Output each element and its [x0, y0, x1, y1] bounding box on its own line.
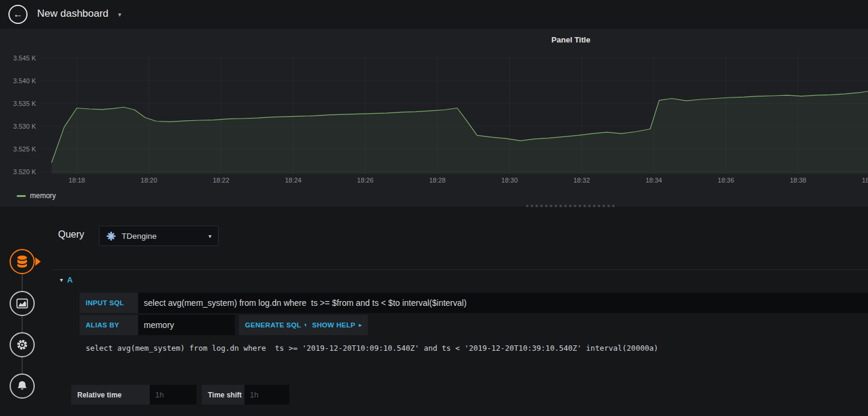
database-icon	[15, 254, 29, 269]
show-help-button[interactable]: SHOW HELP ▸	[306, 315, 368, 335]
svg-text:18:22: 18:22	[213, 177, 229, 184]
datasource-caret-icon: ▾	[208, 233, 211, 239]
svg-text:18:24: 18:24	[285, 177, 302, 184]
top-navbar: ← New dashboard ▾	[0, 0, 868, 29]
graph-panel: 3.545 K3.540 K3.535 K3.530 K3.525 K3.520…	[0, 29, 868, 207]
back-arrow-icon: ←	[13, 9, 23, 20]
alias-by-field[interactable]	[138, 315, 235, 335]
svg-text:3.545 K: 3.545 K	[13, 54, 37, 62]
query-row-separator	[53, 269, 868, 270]
svg-text:3.530 K: 3.530 K	[13, 123, 37, 130]
back-button[interactable]: ←	[8, 5, 28, 24]
datasource-picker[interactable]: TDengine ▾	[99, 226, 219, 246]
legend-item-memory[interactable]: memory	[17, 192, 56, 200]
svg-text:18:26: 18:26	[357, 177, 374, 184]
query-row-toggle[interactable]: ▾ A	[60, 275, 72, 284]
gear-icon	[16, 338, 29, 351]
collapse-caret-icon: ▾	[60, 277, 63, 283]
svg-text:3.540 K: 3.540 K	[13, 77, 37, 84]
show-help-caret-icon: ▸	[359, 322, 362, 328]
query-section-title: Query	[58, 229, 84, 240]
svg-text:3.520 K: 3.520 K	[13, 168, 37, 175]
legend-series-label: memory	[30, 192, 56, 200]
datasource-name: TDengine	[122, 232, 157, 241]
svg-text:18:28: 18:28	[429, 177, 446, 184]
svg-text:18:36: 18:36	[718, 177, 734, 184]
tdengine-logo-icon	[106, 231, 116, 241]
relative-time-input[interactable]	[150, 385, 196, 405]
input-sql-field[interactable]	[138, 293, 868, 313]
dashboard-title[interactable]: New dashboard	[37, 8, 108, 20]
graph-icon	[16, 297, 29, 310]
svg-text:3.535 K: 3.535 K	[13, 100, 37, 107]
tab-alert[interactable]	[10, 374, 35, 399]
query-row-letter: A	[67, 275, 72, 284]
svg-text:18:20: 18:20	[141, 177, 158, 184]
svg-text:18:18: 18:18	[68, 177, 85, 184]
input-sql-label: INPUT SQL	[80, 293, 138, 313]
show-help-label: SHOW HELP	[312, 321, 355, 329]
alias-by-label: ALIAS BY	[80, 315, 138, 335]
svg-text:18:32: 18:32	[573, 177, 590, 184]
time-shift-input[interactable]	[244, 385, 289, 405]
time-shift-label: Time shift	[202, 385, 244, 405]
generated-sql-text: select avg(mem_system) from log.dn where…	[86, 344, 658, 353]
time-series-chart[interactable]: 3.545 K3.540 K3.535 K3.530 K3.525 K3.520…	[0, 29, 868, 207]
svg-text:18:34: 18:34	[646, 177, 663, 184]
dashboard-title-caret-icon[interactable]: ▾	[118, 11, 122, 19]
svg-text:18:40: 18:40	[862, 177, 868, 184]
tab-general[interactable]	[10, 332, 35, 357]
active-tab-arrow	[35, 257, 41, 266]
legend-series-color	[17, 195, 26, 197]
generate-sql-button[interactable]: GENERATE SQL ▾	[239, 315, 313, 335]
tab-visualization[interactable]	[10, 291, 35, 316]
panel-title[interactable]: Panel Title	[552, 35, 591, 44]
generate-sql-label: GENERATE SQL	[245, 321, 301, 329]
relative-time-label: Relative time	[71, 385, 150, 405]
tab-connector-line	[22, 262, 23, 386]
svg-text:18:30: 18:30	[501, 177, 518, 184]
panel-resize-handle[interactable]	[526, 205, 617, 207]
svg-text:18:38: 18:38	[790, 177, 806, 184]
svg-text:3.525 K: 3.525 K	[13, 145, 37, 153]
bell-icon	[16, 379, 29, 393]
tab-queries[interactable]	[10, 249, 35, 274]
